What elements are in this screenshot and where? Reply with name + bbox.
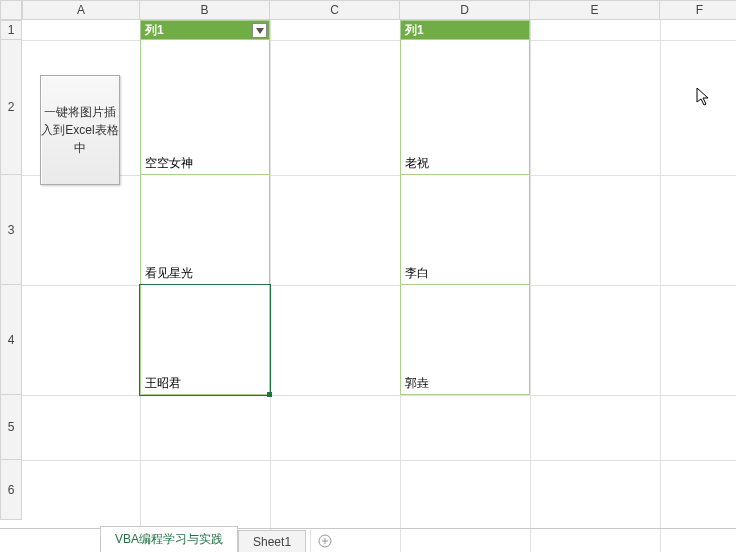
col-header-c[interactable]: C [270, 0, 400, 20]
cell-d2[interactable]: 老祝 [400, 40, 530, 175]
col-header-e[interactable]: E [530, 0, 660, 20]
fill-handle[interactable] [267, 392, 272, 397]
cell-d3-value: 李白 [405, 265, 429, 282]
row-header-5[interactable]: 5 [0, 395, 22, 460]
table-d-header[interactable]: 列1 [400, 20, 530, 40]
sheet-tab-vba[interactable]: VBA编程学习与实践 [100, 526, 238, 552]
row-header-2[interactable]: 2 [0, 40, 22, 175]
cell-b2-value: 空空女神 [145, 155, 193, 172]
plus-circle-icon [318, 534, 332, 548]
table-d-header-label: 列1 [405, 22, 424, 39]
cell-d4-value: 郭垚 [405, 375, 429, 392]
col-header-a[interactable]: A [22, 0, 140, 20]
col-header-d[interactable]: D [400, 0, 530, 20]
cell-b3-value: 看见星光 [145, 265, 193, 282]
table-b-header[interactable]: 列1 [140, 20, 270, 40]
cell-b4-value: 王昭君 [145, 375, 181, 392]
cell-d4[interactable]: 郭垚 [400, 285, 530, 395]
sheet-tab-vba-label: VBA编程学习与实践 [115, 532, 223, 546]
chevron-down-icon [256, 28, 264, 34]
cell-b4[interactable]: 王昭君 [140, 285, 270, 395]
cell-d3[interactable]: 李白 [400, 175, 530, 285]
row-header-3[interactable]: 3 [0, 175, 22, 285]
insert-images-button[interactable]: 一键将图片插入到Excel表格中 [40, 75, 120, 185]
cell-b3[interactable]: 看见星光 [140, 175, 270, 285]
filter-dropdown-b[interactable] [252, 23, 267, 38]
insert-images-button-label: 一键将图片插入到Excel表格中 [41, 103, 119, 157]
cell-d2-value: 老祝 [405, 155, 429, 172]
sheet-tab-sheet1[interactable]: Sheet1 [238, 530, 306, 552]
select-all-corner[interactable] [0, 0, 22, 20]
cell-b2[interactable]: 空空女神 [140, 40, 270, 175]
row-header-6[interactable]: 6 [0, 460, 22, 520]
col-header-f[interactable]: F [660, 0, 736, 20]
col-header-b[interactable]: B [140, 0, 270, 20]
table-b-header-label: 列1 [145, 22, 164, 39]
row-header-4[interactable]: 4 [0, 285, 22, 395]
sheet-tab-sheet1-label: Sheet1 [253, 535, 291, 549]
add-sheet-button[interactable] [310, 530, 338, 552]
row-header-1[interactable]: 1 [0, 20, 22, 40]
